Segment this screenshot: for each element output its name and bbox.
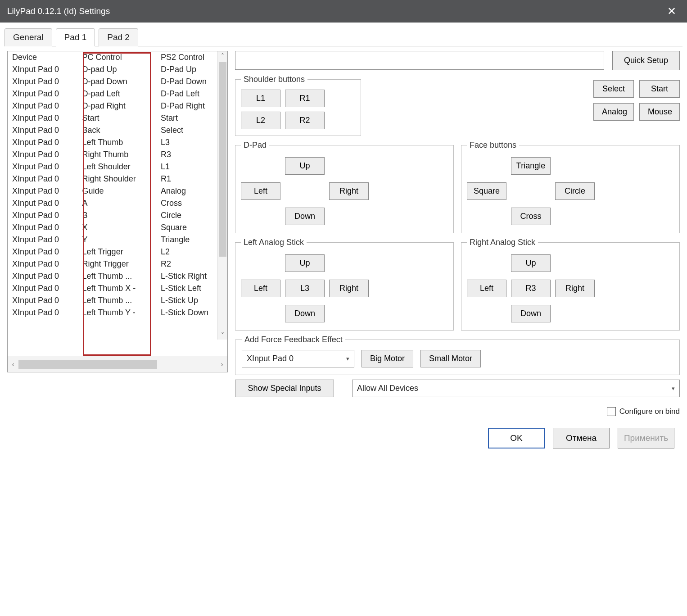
square-button[interactable]: Square bbox=[467, 182, 506, 200]
circle-button[interactable]: Circle bbox=[555, 182, 595, 200]
table-row[interactable]: XInput Pad 0Left ThumbL3 bbox=[8, 136, 227, 149]
tab-pad2[interactable]: Pad 2 bbox=[99, 28, 138, 46]
binding-input[interactable] bbox=[235, 51, 604, 70]
cell-pc: Left Trigger bbox=[78, 246, 156, 258]
lstick-left-button[interactable]: Left bbox=[241, 280, 280, 297]
dpad-right-button[interactable]: Right bbox=[329, 182, 369, 200]
shoulder-buttons-group: Shoulder buttons L1 R1 L2 R2 bbox=[235, 75, 361, 136]
lstick-down-button[interactable]: Down bbox=[285, 305, 325, 322]
cell-device: XInput Pad 0 bbox=[8, 270, 78, 282]
table-row[interactable]: XInput Pad 0Left Thumb X -L-Stick Left bbox=[8, 282, 227, 294]
dialog-button-row: OK Отмена Применить bbox=[0, 422, 687, 456]
cell-device: XInput Pad 0 bbox=[8, 209, 78, 222]
col-pc-control[interactable]: PC Control bbox=[78, 51, 156, 63]
cell-ps2: L2 bbox=[156, 246, 227, 258]
cell-pc: Left Thumb ... bbox=[78, 294, 156, 307]
l2-button[interactable]: L2 bbox=[241, 112, 280, 129]
table-row[interactable]: XInput Pad 0BCircle bbox=[8, 209, 227, 222]
cell-pc: B bbox=[78, 209, 156, 222]
scroll-right-icon[interactable]: › bbox=[217, 361, 227, 368]
scroll-down-icon[interactable]: ˅ bbox=[218, 331, 227, 340]
cell-pc: Right Trigger bbox=[78, 258, 156, 270]
table-row[interactable]: XInput Pad 0Left Thumb Y -L-Stick Down bbox=[8, 307, 227, 319]
cell-pc: D-pad Up bbox=[78, 63, 156, 76]
table-row[interactable]: XInput Pad 0Left ShoulderL1 bbox=[8, 161, 227, 173]
dpad-down-button[interactable]: Down bbox=[285, 208, 325, 225]
big-motor-button[interactable]: Big Motor bbox=[362, 350, 413, 367]
r1-button[interactable]: R1 bbox=[285, 90, 325, 107]
table-row[interactable]: XInput Pad 0Left Thumb ...L-Stick Right bbox=[8, 270, 227, 282]
table-row[interactable]: XInput Pad 0D-pad DownD-Pad Down bbox=[8, 76, 227, 88]
triangle-button[interactable]: Triangle bbox=[511, 157, 551, 175]
cell-ps2: L-Stick Down bbox=[156, 307, 227, 319]
cell-pc: Y bbox=[78, 234, 156, 246]
rstick-left-button[interactable]: Left bbox=[467, 280, 506, 297]
table-row[interactable]: XInput Pad 0Left TriggerL2 bbox=[8, 246, 227, 258]
dpad-up-button[interactable]: Up bbox=[285, 157, 325, 175]
cell-ps2: Square bbox=[156, 222, 227, 234]
ff-device-value: XInput Pad 0 bbox=[247, 354, 294, 363]
system-buttons-group: Select Start Analog Mouse bbox=[368, 75, 680, 136]
cell-pc: Right Shoulder bbox=[78, 173, 156, 185]
cell-device: XInput Pad 0 bbox=[8, 149, 78, 161]
cell-device: XInput Pad 0 bbox=[8, 100, 78, 112]
cell-ps2: D-Pad Down bbox=[156, 76, 227, 88]
mapping-list-panel: Device PC Control PS2 Control XInput Pad… bbox=[7, 51, 228, 372]
r2-button[interactable]: R2 bbox=[285, 112, 325, 129]
rstick-down-button[interactable]: Down bbox=[511, 305, 551, 322]
small-motor-button[interactable]: Small Motor bbox=[420, 350, 481, 367]
l3-button[interactable]: L3 bbox=[285, 280, 325, 297]
cell-ps2: Select bbox=[156, 124, 227, 136]
l1-button[interactable]: L1 bbox=[241, 90, 280, 107]
lstick-up-button[interactable]: Up bbox=[285, 254, 325, 272]
cross-button[interactable]: Cross bbox=[511, 208, 551, 225]
table-row[interactable]: XInput Pad 0Right ShoulderR1 bbox=[8, 173, 227, 185]
table-row[interactable]: XInput Pad 0ACross bbox=[8, 197, 227, 209]
table-row[interactable]: XInput Pad 0StartStart bbox=[8, 112, 227, 124]
cell-pc: Left Thumb ... bbox=[78, 270, 156, 282]
dpad-left-button[interactable]: Left bbox=[241, 182, 280, 200]
table-row[interactable]: XInput Pad 0XSquare bbox=[8, 222, 227, 234]
tab-general[interactable]: General bbox=[5, 28, 52, 46]
show-special-inputs-button[interactable]: Show Special Inputs bbox=[235, 380, 334, 397]
apply-button[interactable]: Применить bbox=[618, 428, 674, 448]
mouse-button[interactable]: Mouse bbox=[639, 103, 680, 121]
close-icon[interactable]: ✕ bbox=[664, 5, 680, 18]
r3-button[interactable]: R3 bbox=[511, 280, 551, 297]
cell-ps2: D-Pad Left bbox=[156, 88, 227, 100]
cell-pc: X bbox=[78, 222, 156, 234]
mapping-table[interactable]: Device PC Control PS2 Control XInput Pad… bbox=[8, 51, 227, 319]
tab-pad1[interactable]: Pad 1 bbox=[56, 28, 95, 46]
table-row[interactable]: XInput Pad 0GuideAnalog bbox=[8, 185, 227, 197]
cancel-button[interactable]: Отмена bbox=[553, 428, 610, 448]
table-row[interactable]: XInput Pad 0Left Thumb ...L-Stick Up bbox=[8, 294, 227, 307]
rstick-legend: Right Analog Stick bbox=[467, 238, 538, 247]
table-row[interactable]: XInput Pad 0YTriangle bbox=[8, 234, 227, 246]
rstick-up-button[interactable]: Up bbox=[511, 254, 551, 272]
col-ps2-control[interactable]: PS2 Control bbox=[156, 51, 227, 63]
cell-pc: Back bbox=[78, 124, 156, 136]
table-row[interactable]: XInput Pad 0BackSelect bbox=[8, 124, 227, 136]
table-row[interactable]: XInput Pad 0Right ThumbR3 bbox=[8, 149, 227, 161]
left-stick-group: Left Analog Stick Up Left L3 Right Down bbox=[235, 238, 454, 331]
analog-button[interactable]: Analog bbox=[593, 103, 634, 121]
select-button[interactable]: Select bbox=[593, 80, 634, 98]
table-row[interactable]: XInput Pad 0D-pad UpD-Pad Up bbox=[8, 63, 227, 76]
quick-setup-button[interactable]: Quick Setup bbox=[612, 51, 680, 70]
vertical-scrollbar[interactable]: ˄ ˅ bbox=[217, 51, 227, 340]
table-row[interactable]: XInput Pad 0Right TriggerR2 bbox=[8, 258, 227, 270]
ok-button[interactable]: OK bbox=[488, 428, 545, 448]
device-filter-select[interactable]: Allow All Devices ▾ bbox=[352, 380, 680, 397]
cell-ps2: L1 bbox=[156, 161, 227, 173]
rstick-right-button[interactable]: Right bbox=[555, 280, 595, 297]
scroll-left-icon[interactable]: ‹ bbox=[8, 361, 18, 368]
table-row[interactable]: XInput Pad 0D-pad RightD-Pad Right bbox=[8, 100, 227, 112]
ff-device-select[interactable]: XInput Pad 0 ▾ bbox=[242, 350, 354, 367]
configure-on-bind-checkbox[interactable] bbox=[607, 407, 616, 416]
lstick-right-button[interactable]: Right bbox=[329, 280, 369, 297]
col-device[interactable]: Device bbox=[8, 51, 78, 63]
table-row[interactable]: XInput Pad 0D-pad LeftD-Pad Left bbox=[8, 88, 227, 100]
scroll-up-icon[interactable]: ˄ bbox=[218, 51, 227, 60]
start-button[interactable]: Start bbox=[639, 80, 680, 98]
horizontal-scrollbar[interactable]: ‹ › bbox=[8, 356, 227, 372]
